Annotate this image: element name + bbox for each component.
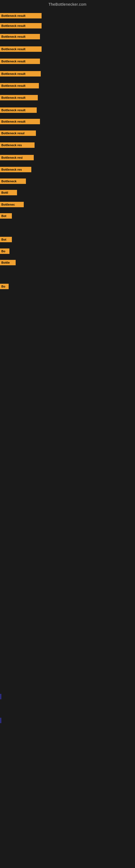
bottleneck-result-bar: Bottleneck result <box>0 46 42 52</box>
bar-row: Bo <box>0 248 9 254</box>
bar-row: Bot <box>0 237 12 242</box>
bar-row: Bottle <box>0 260 16 265</box>
bar-row: Bottleneck result <box>0 46 42 52</box>
bar-row: Bottleneck result <box>0 119 40 124</box>
bottleneck-result-bar: Bot <box>0 213 12 219</box>
bottleneck-result-bar: Bottleneck result <box>0 119 40 124</box>
bottleneck-result-bar: Bottleneck res <box>0 167 31 172</box>
bottleneck-result-bar: Bottleneck result <box>0 95 38 100</box>
bottleneck-result-bar: Bot <box>0 237 12 242</box>
bottleneck-result-bar: Bottleneck result <box>0 107 37 113</box>
bar-row: Bottleneck result <box>0 83 39 88</box>
bottleneck-result-bar: Bottlenec <box>0 202 24 207</box>
vertical-line <box>1 694 1 699</box>
bar-row: Bottleneck <box>0 179 26 184</box>
bar-row: Bottleneck res <box>0 143 35 148</box>
bar-row: Bottleneck result <box>0 95 38 100</box>
bar-row: Bottleneck result <box>0 59 40 64</box>
bar-row: Bottleneck result <box>0 23 42 29</box>
bottleneck-result-bar: Bo <box>0 248 9 254</box>
bar-row: Bottleneck resi <box>0 155 34 160</box>
bottleneck-result-bar: Bottleneck <box>0 179 26 184</box>
bar-row: Bottleneck resul <box>0 130 36 136</box>
bar-row: Bottleneck result <box>0 13 42 19</box>
bar-row: Bottlenec <box>0 202 24 207</box>
bar-row: Bo <box>0 284 9 289</box>
bottleneck-result-bar: Bottleneck res <box>0 143 35 148</box>
bottleneck-result-bar: Bottleneck result <box>0 34 40 39</box>
bottleneck-result-bar: Bo <box>0 284 9 289</box>
bottleneck-result-bar: Bottleneck result <box>0 23 42 29</box>
bottleneck-result-bar: Bottleneck result <box>0 13 42 19</box>
bottleneck-result-bar: Bottleneck result <box>0 83 39 88</box>
bar-row: Bottleneck result <box>0 71 41 76</box>
bar-row: Bot <box>0 213 12 219</box>
bottleneck-result-bar: Bottleneck resul <box>0 130 36 136</box>
bottleneck-result-bar: Bottleneck result <box>0 71 41 76</box>
bottleneck-result-bar: Bottleneck resi <box>0 155 34 160</box>
vertical-line <box>1 718 1 723</box>
bottleneck-result-bar: Bottle <box>0 260 16 265</box>
bottleneck-result-bar: Bottleneck result <box>0 59 40 64</box>
bar-row: Bottleneck result <box>0 107 37 113</box>
bar-row: Bottl <box>0 190 17 195</box>
bottleneck-result-bar: Bottl <box>0 190 17 195</box>
bar-row: Bottleneck result <box>0 34 40 39</box>
bar-row: Bottleneck res <box>0 167 31 172</box>
site-title: TheBottlenecker.com <box>0 0 135 8</box>
